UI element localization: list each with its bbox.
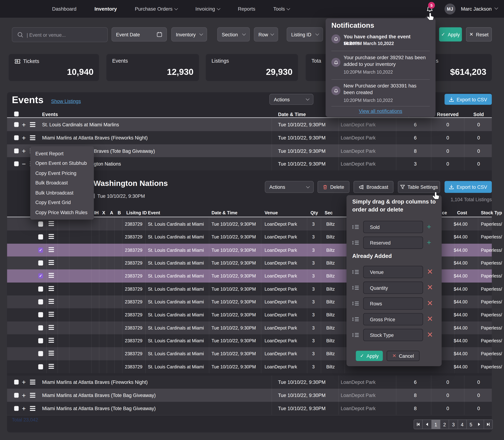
column-field[interactable]: Venue — [363, 266, 423, 278]
view-all-notifications-link[interactable]: View all notifications — [326, 108, 436, 114]
prev-page-button[interactable] — [423, 420, 432, 429]
footer-total-link[interactable]: Total 23,042 — [12, 417, 38, 422]
context-menu-item[interactable]: Bulk Broadcast — [30, 178, 94, 188]
section-filter[interactable]: Section — [217, 27, 250, 41]
drag-handle-icon[interactable] — [352, 240, 359, 246]
row-filter[interactable]: Row — [254, 27, 278, 41]
page-button[interactable]: 4 — [458, 420, 467, 429]
add-column-icon[interactable]: + — [427, 222, 431, 231]
listing-menu-icon[interactable] — [49, 273, 54, 279]
col-header-qty[interactable]: Qty — [311, 210, 318, 215]
listing-menu-icon[interactable] — [49, 286, 54, 292]
reset-filters-button[interactable]: ✕Reset — [466, 27, 492, 41]
nav-item[interactable]: Invoicing — [195, 6, 220, 12]
row-checkbox[interactable] — [14, 380, 19, 385]
event-row[interactable]: + Miami Marlins at Atlanta Braves (Firew… — [7, 375, 492, 388]
first-page-button[interactable] — [414, 420, 423, 429]
detail-actions-dropdown[interactable]: Actions — [265, 181, 314, 193]
notification-text[interactable]: Your purchase order 39292 has been added… — [344, 54, 429, 68]
listing-checkbox[interactable] — [38, 234, 43, 240]
row-checkbox[interactable] — [14, 148, 19, 153]
col-header-date[interactable]: Date & Time — [211, 210, 237, 215]
listing-checkbox[interactable] — [38, 221, 43, 227]
listing-checkbox[interactable]: ✓ — [38, 273, 43, 279]
row-checkbox[interactable] — [14, 393, 19, 398]
nav-item[interactable]: Dashboard — [52, 6, 76, 12]
context-menu-item[interactable]: Copy Event Grid — [30, 198, 94, 207]
remove-column-icon[interactable]: ✕ — [427, 315, 433, 323]
listing-menu-icon[interactable] — [49, 234, 54, 240]
col-header-x[interactable]: X — [102, 210, 105, 215]
expand-row-icon[interactable]: + — [22, 379, 26, 385]
listing-menu-icon[interactable] — [49, 338, 54, 344]
listing-menu-icon[interactable] — [49, 364, 54, 370]
col-header-sold[interactable]: Sold — [471, 111, 487, 117]
listing-menu-icon[interactable] — [49, 221, 54, 227]
drag-handle-icon[interactable] — [352, 224, 359, 230]
listing-checkbox[interactable] — [38, 312, 43, 317]
last-page-button[interactable] — [484, 420, 492, 429]
col-header-a[interactable]: A — [110, 210, 113, 215]
event-row[interactable]: + Miami Marlins at Atlanta Braves (Firew… — [7, 131, 492, 144]
listing-checkbox[interactable] — [38, 351, 43, 356]
context-menu-item[interactable]: Copy Price Watch Rules — [30, 207, 94, 217]
event-row[interactable]: + Miami Marlins at Atlanta Braves (Tote … — [7, 388, 492, 402]
row-checkbox[interactable] — [14, 161, 19, 166]
row-menu-icon[interactable] — [30, 406, 35, 412]
column-field[interactable]: Quantity — [363, 282, 423, 294]
drag-handle-icon[interactable] — [352, 332, 359, 338]
avatar[interactable]: MJ — [445, 4, 456, 14]
remove-column-icon[interactable]: ✕ — [427, 330, 433, 339]
select-all-checkbox[interactable] — [14, 111, 19, 116]
row-checkbox[interactable] — [14, 406, 19, 411]
col-header-venue[interactable]: Venue — [264, 210, 278, 215]
remove-column-icon[interactable]: ✕ — [427, 283, 433, 291]
row-menu-icon[interactable] — [30, 122, 35, 128]
next-page-button[interactable] — [475, 420, 484, 429]
expand-row-icon[interactable]: − — [22, 161, 26, 167]
table-settings-cancel-button[interactable]: ✕Cancel — [387, 351, 420, 361]
nav-item[interactable]: Purchase Orders — [135, 6, 177, 12]
row-menu-icon[interactable] — [30, 393, 35, 399]
event-date-filter[interactable]: Event Date — [111, 27, 167, 41]
listing-checkbox[interactable] — [38, 261, 43, 266]
listing-menu-icon[interactable] — [49, 325, 54, 331]
context-menu-item[interactable]: Bulk Unbroadcast — [30, 188, 94, 197]
drag-handle-icon[interactable] — [352, 285, 359, 291]
user-name[interactable]: Marc Jackson — [461, 6, 492, 12]
page-button[interactable]: 5 — [467, 420, 475, 429]
listing-checkbox[interactable]: ✓ — [38, 248, 43, 253]
apply-filters-button[interactable]: ✓Apply — [439, 27, 462, 41]
events-export-csv-button[interactable]: Export to CSV — [445, 94, 492, 105]
event-row[interactable]: + Miami Marlins at Atlanta Braves (Tote … — [7, 402, 492, 415]
listing-checkbox[interactable] — [38, 325, 43, 330]
listing-menu-icon[interactable] — [49, 312, 54, 318]
row-menu-icon[interactable] — [30, 380, 35, 385]
row-checkbox[interactable] — [14, 135, 19, 140]
page-button[interactable]: 3 — [449, 420, 458, 429]
col-header-price[interactable]: ce — [442, 210, 447, 215]
col-header-date[interactable]: Date & Time — [278, 111, 306, 117]
broadcast-button[interactable]: Broadcast — [354, 181, 394, 193]
listing-menu-icon[interactable] — [49, 351, 54, 357]
column-field[interactable]: Sold — [363, 221, 423, 233]
listing-menu-icon[interactable] — [49, 260, 54, 266]
listing-checkbox[interactable] — [38, 299, 43, 304]
page-button[interactable]: 1 — [432, 420, 440, 429]
nav-item[interactable]: Tools — [273, 6, 290, 12]
nav-item[interactable]: Inventory — [95, 6, 117, 12]
col-header-ih[interactable]: IH — [94, 210, 99, 215]
expand-row-icon[interactable]: + — [22, 405, 26, 412]
search-input[interactable]: | Event or venue... — [12, 27, 108, 42]
expand-row-icon[interactable]: + — [22, 392, 26, 399]
table-settings-apply-button[interactable]: ✓Apply — [356, 351, 383, 361]
nav-item[interactable]: Reports — [238, 6, 255, 12]
add-column-icon[interactable]: + — [427, 238, 431, 247]
expand-row-icon[interactable]: + — [22, 147, 26, 154]
column-field[interactable]: Gross Price — [363, 313, 423, 325]
col-header-event[interactable]: Event — [148, 210, 160, 215]
context-menu-item[interactable]: Event Report — [30, 149, 94, 158]
page-button[interactable]: 2 — [440, 420, 449, 429]
context-menu-item[interactable]: Open Event on Stubhub — [30, 158, 94, 168]
show-listings-link[interactable]: Show Listings — [51, 98, 81, 104]
